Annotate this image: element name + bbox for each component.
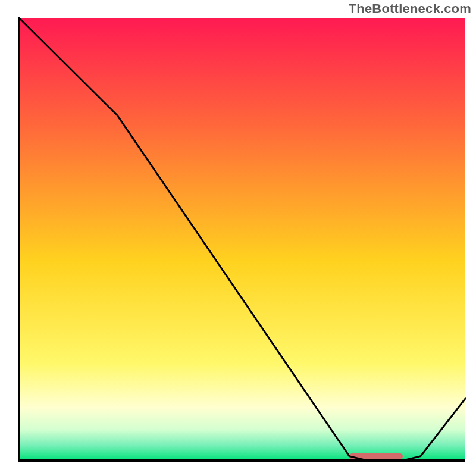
watermark-text: TheBottleneck.com <box>349 1 471 17</box>
chart-container: TheBottleneck.com <box>0 0 476 476</box>
bottleneck-chart <box>0 0 476 476</box>
